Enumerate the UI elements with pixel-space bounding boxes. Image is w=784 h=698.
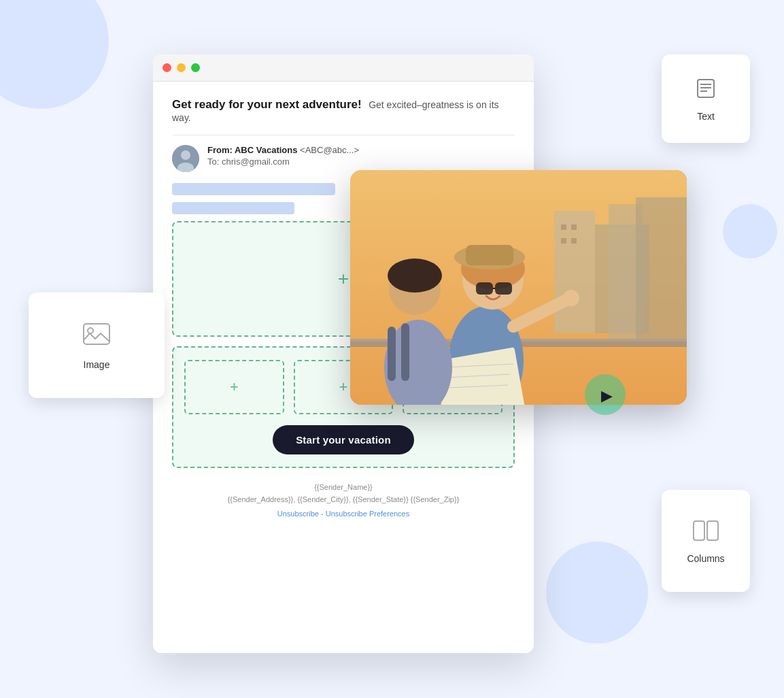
deco-circle-2 [546,542,648,644]
svg-rect-20 [495,282,512,295]
widget-image-card[interactable]: Image [29,293,165,398]
image-icon-svg [82,321,112,348]
email-hero: Get ready for your next adventure! Get e… [172,98,515,124]
svg-rect-32 [401,323,409,381]
avatar-image [172,145,199,172]
deco-circle-3 [723,204,777,259]
placeholder-bar-2 [172,202,294,214]
svg-rect-10 [561,238,566,244]
svg-rect-9 [571,225,577,230]
text-block-icon [694,76,718,105]
unsubscribe-preferences-link[interactable]: Unsubscribe Preferences [326,510,410,518]
svg-rect-39 [694,521,704,540]
footer-dash: - [319,510,326,518]
svg-rect-18 [466,245,513,265]
avatar-svg [172,145,199,172]
svg-rect-31 [388,327,396,381]
image-plus-icon: + [338,268,349,290]
svg-rect-37 [84,324,109,344]
cta-wrapper: Start your vacation [184,425,502,454]
couple-svg [350,170,687,405]
photo-overlay [350,170,687,405]
svg-point-38 [88,328,93,333]
col-plus-1: + [230,378,239,396]
hero-title: Get ready for your next adventure! [172,98,362,111]
sender-name: From: ABC Vacations [207,145,297,155]
vacation-photo [350,170,687,405]
traffic-light-red[interactable] [163,63,171,72]
traffic-light-yellow[interactable] [177,63,186,72]
widget-columns-card[interactable]: Columns [662,490,750,592]
browser-titlebar [153,54,534,82]
placeholder-bar-1 [172,183,335,195]
cursor-icon: ▶ [601,387,613,405]
col-plus-2: + [339,378,348,396]
svg-point-30 [388,259,442,293]
cta-button[interactable]: Start your vacation [273,425,414,454]
svg-rect-19 [476,282,493,295]
sender-from-line: From: ABC Vacations <ABC@abc...> [207,145,359,155]
svg-point-1 [181,150,190,160]
svg-point-23 [563,290,579,306]
footer-line2: {{Sender_Address}}, {{Sender_City}}, {{S… [172,494,515,506]
widget-text-card[interactable]: Text [662,54,750,143]
columns-icon-svg [692,518,719,543]
deco-circle-1 [0,0,109,109]
cursor-circle: ▶ [585,374,626,415]
sender-info: From: ABC Vacations <ABC@abc...> To: chr… [207,145,359,167]
svg-rect-40 [707,521,718,540]
widget-text-label: Text [697,111,715,122]
email-footer: {{Sender_Name}} {{Sender_Address}}, {{Se… [172,482,515,520]
divider [172,135,515,135]
sender-avatar [172,145,199,172]
widget-columns-label: Columns [687,553,724,564]
svg-rect-8 [561,225,566,230]
footer-links: Unsubscribe - Unsubscribe Preferences [172,508,515,520]
image-block-icon [82,321,112,354]
columns-block-icon [692,518,719,548]
svg-rect-11 [571,238,577,244]
sender-row: From: ABC Vacations <ABC@abc...> To: chr… [172,145,515,172]
widget-image-label: Image [84,359,110,370]
traffic-light-green[interactable] [191,63,200,72]
sender-to: To: chris@gmail.com [207,156,359,167]
footer-line1: {{Sender_Name}} [172,482,515,494]
svg-rect-7 [636,197,687,340]
col-cell-1[interactable]: + [184,360,284,414]
sender-email: <ABC@abc...> [300,145,359,155]
unsubscribe-link[interactable]: Unsubscribe [277,510,319,518]
text-icon-svg [694,76,718,101]
